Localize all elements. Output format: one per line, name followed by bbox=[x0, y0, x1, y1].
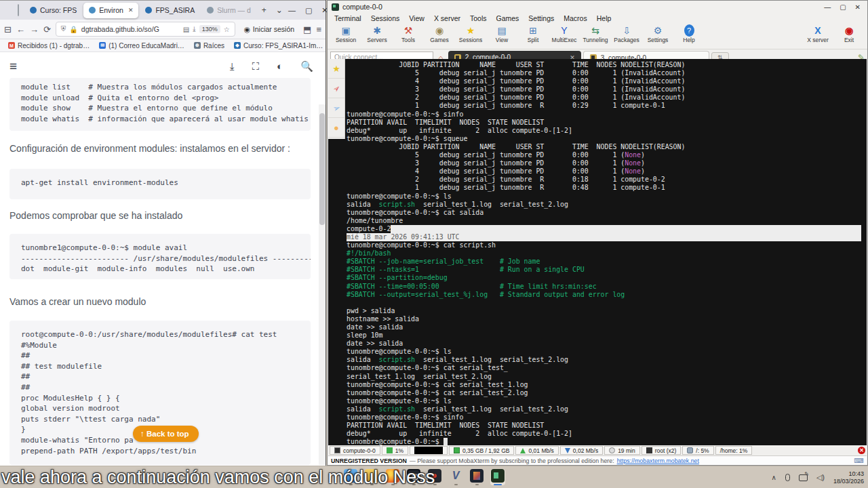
toolbar-button-help[interactable]: ?Help bbox=[675, 24, 703, 43]
url-text[interactable]: dgtrabada.github.io/so/G bbox=[81, 25, 180, 33]
taskbar-app-mobaxterm[interactable] bbox=[490, 469, 505, 485]
close-button[interactable]: ✕ bbox=[855, 3, 861, 11]
shield-icon[interactable]: ⛨ bbox=[61, 25, 66, 33]
status-segment-down: 0,02 Mb/s bbox=[560, 446, 603, 455]
menu-bar: TerminalSessionsViewX serverToolsGamesSe… bbox=[328, 13, 867, 23]
firefox-view-icon[interactable] bbox=[18, 4, 19, 16]
terminal[interactable]: ★➢➢● JOBID PARTITION NAME USER ST TIME N… bbox=[328, 59, 867, 447]
contrast-icon[interactable]: ◐ bbox=[277, 60, 283, 73]
menu-item-view[interactable]: View bbox=[409, 14, 425, 22]
down-icon bbox=[565, 448, 570, 453]
fullscreen-icon[interactable]: ⛶ bbox=[252, 60, 260, 73]
toolbar-button-split[interactable]: ⊞Split bbox=[519, 24, 547, 43]
tab-list-chevron-icon[interactable]: ⌄ bbox=[272, 5, 287, 15]
menu-item-tools[interactable]: Tools bbox=[470, 14, 487, 22]
menu-item-terminal[interactable]: Terminal bbox=[334, 14, 361, 22]
terminal-line: compute-0-2 bbox=[347, 225, 861, 233]
toolbar: ▣Session✱Servers⚒Tools◉Games★Sessions▤Vi… bbox=[328, 23, 867, 49]
toolbar-button-games[interactable]: ◉Games bbox=[425, 24, 454, 43]
reload-icon[interactable]: ⟳ bbox=[43, 24, 51, 35]
bookmark-item[interactable]: ✉(1) Correo EducaMadri… bbox=[99, 42, 184, 49]
toolbar-button-multiexec[interactable]: YMultiExec bbox=[550, 24, 578, 43]
toolbar-button-servers[interactable]: ✱Servers bbox=[363, 24, 391, 43]
toolbar-label: Exit bbox=[844, 37, 854, 43]
signin-button[interactable]: ◉ Iniciar sesión bbox=[240, 24, 298, 35]
browser-scrollbar[interactable] bbox=[319, 104, 326, 465]
menu-item-macros[interactable]: Macros bbox=[564, 14, 587, 22]
new-tab-button[interactable]: + bbox=[258, 5, 271, 15]
toolbar-button-x-server[interactable]: XX server bbox=[804, 24, 832, 43]
speaker-icon[interactable]: ◁) bbox=[816, 473, 825, 482]
sftp-plane-icon[interactable]: ➢ bbox=[328, 98, 344, 118]
terminal-line: PARTITION AVAIL TIMELIMIT NODES STATE NO… bbox=[347, 119, 861, 127]
bookmark-item[interactable]: ◆Curso: FPS_ASIRA1-Im… bbox=[234, 42, 323, 49]
bookmark-star-icon[interactable]: ☆ bbox=[224, 26, 230, 33]
menu-item-help[interactable]: Help bbox=[597, 14, 612, 22]
toolbar-button-tools[interactable]: ⚒Tools bbox=[394, 24, 422, 43]
back-to-top-button[interactable]: ↑ Back to top bbox=[133, 426, 199, 442]
browser-tab[interactable]: FPS_ASIRA bbox=[140, 3, 200, 18]
taskbar-app-v-app[interactable]: V bbox=[448, 469, 463, 485]
browser-tab[interactable]: Environ✕ bbox=[83, 3, 138, 18]
lock-icon[interactable]: 🔒 bbox=[69, 26, 77, 33]
signin-label: Iniciar sesión bbox=[253, 25, 294, 33]
tunneling-icon: ⇆ bbox=[591, 24, 599, 37]
tools-icon[interactable]: ➢ bbox=[328, 79, 344, 98]
back-icon[interactable]: ← bbox=[16, 24, 25, 35]
maximize-button[interactable]: ▢ bbox=[305, 6, 312, 15]
bookmark-favicon: ⊕ bbox=[194, 42, 201, 49]
terminal-line: 5 debug serial_j tunombre PD 0:00 1 (Inv… bbox=[347, 69, 861, 77]
tray-chevron-icon[interactable]: ∧ bbox=[772, 474, 776, 481]
navigation-bar: ⊟ ← → ⟳ ⛨ 🔒 dgtrabada.github.io/so/G ▤ ⤓… bbox=[0, 20, 326, 39]
toolbar-button-view[interactable]: ▤View bbox=[488, 24, 516, 43]
pen-display-icon[interactable] bbox=[799, 474, 808, 481]
disconnect-icon[interactable]: ✕ bbox=[858, 447, 865, 454]
browser-tab[interactable]: Slurm — d bbox=[201, 3, 256, 18]
microphone-icon[interactable] bbox=[785, 474, 790, 481]
mobatek-link[interactable]: https://mobaxterm.mobatek.net bbox=[617, 458, 699, 464]
scrollbar-thumb[interactable] bbox=[319, 113, 325, 225]
bookmark-item[interactable]: ⊕Raíces bbox=[194, 42, 224, 49]
app-menu-icon[interactable]: ≡ bbox=[316, 24, 321, 35]
sessions-star-icon[interactable]: ★ bbox=[328, 59, 344, 79]
maximize-button[interactable]: ▢ bbox=[840, 3, 846, 11]
menu-item-sessions[interactable]: Sessions bbox=[371, 14, 400, 22]
keyboard-icon[interactable]: ⌨ bbox=[854, 457, 864, 464]
extension-icon[interactable]: ⬒ bbox=[303, 24, 311, 35]
terminal-line: tunombre@compute-0-0:~$ cat script.sh bbox=[347, 241, 861, 249]
forward-icon[interactable]: → bbox=[30, 24, 39, 35]
toolbar-button-settings[interactable]: ⚙Settings bbox=[644, 24, 672, 43]
minimize-button[interactable]: — bbox=[824, 3, 831, 11]
sidebar-icon[interactable]: ⊟ bbox=[4, 24, 12, 35]
toolbar-button-sessions[interactable]: ★Sessions bbox=[456, 24, 485, 43]
bookmark-favicon: M bbox=[8, 42, 15, 49]
toolbar-button-packages[interactable]: ⇩Packages bbox=[612, 24, 641, 43]
multiexec-icon: Y bbox=[561, 24, 567, 37]
packages-icon: ⇩ bbox=[623, 24, 631, 37]
toolbar-button-session[interactable]: ▣Session bbox=[332, 24, 360, 43]
download-icon[interactable]: ⤓ bbox=[230, 60, 235, 73]
macros-icon[interactable]: ● bbox=[328, 118, 344, 138]
zoom-level-badge[interactable]: 130% bbox=[199, 25, 220, 33]
toolbar-button-exit[interactable]: ◉Exit bbox=[835, 24, 863, 43]
menu-item-settings[interactable]: Settings bbox=[528, 14, 554, 22]
menu-item-games[interactable]: Games bbox=[496, 14, 519, 22]
browser-tab[interactable]: Curso: FPS bbox=[24, 3, 82, 18]
doc-menu-icon[interactable]: ≡ bbox=[9, 59, 17, 74]
terminal-line: tunombre@compute-0-0:~$ ls bbox=[347, 397, 861, 405]
bookmark-item[interactable]: MRecibidos (1) - dgtrab… bbox=[8, 42, 90, 49]
menu-item-x-server[interactable]: X server bbox=[434, 14, 460, 22]
search-icon[interactable]: 🔍 bbox=[300, 60, 313, 73]
tab-close-icon[interactable]: ✕ bbox=[128, 7, 134, 14]
toolbar-button-tunneling[interactable]: ⇆Tunneling bbox=[581, 24, 610, 43]
ram-icon bbox=[454, 447, 460, 453]
minimize-button[interactable]: — bbox=[288, 6, 296, 15]
url-bar[interactable]: ⛨ 🔒 dgtrabada.github.io/so/G ▤ ⤓ 130% ☆ bbox=[56, 22, 235, 37]
save-page-icon[interactable]: ⤓ bbox=[193, 25, 195, 33]
code-block-module-avail: tunombre1@compute-0-0:~$ module avail---… bbox=[9, 234, 311, 279]
graph-icon bbox=[414, 447, 443, 454]
reader-mode-icon[interactable]: ▤ bbox=[183, 26, 189, 33]
status-segment-disk: /: 5% bbox=[682, 446, 713, 455]
clock[interactable]: 10:43 18/03/2026 bbox=[833, 470, 864, 485]
taskbar-app-photos-app[interactable] bbox=[469, 469, 484, 485]
